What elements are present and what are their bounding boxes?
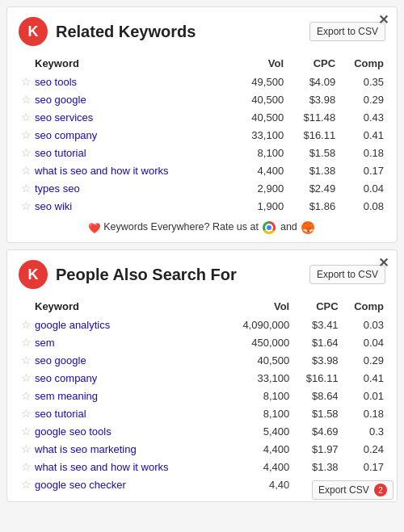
- col-star-1: [19, 54, 33, 73]
- keyword-cell-0-1[interactable]: seo tools: [33, 73, 234, 90]
- export-csv-button-2[interactable]: Export to CSV: [309, 265, 385, 284]
- keyword-link-4-2[interactable]: sem meaning: [35, 390, 98, 402]
- star-0-2[interactable]: ☆: [19, 316, 33, 333]
- star-2-2[interactable]: ☆: [19, 351, 33, 369]
- keyword-cell-1-1[interactable]: seo google: [33, 90, 234, 108]
- keyword-link-7-1[interactable]: seo wiki: [35, 200, 72, 212]
- keyword-link-9-2[interactable]: google seo checker: [35, 479, 126, 491]
- keyword-link-6-1[interactable]: types seo: [35, 182, 80, 195]
- star-6-2[interactable]: ☆: [19, 422, 33, 440]
- chrome-icon[interactable]: [263, 221, 276, 234]
- comp-cell-4-1: 0.18: [337, 144, 385, 161]
- export-overlay-button[interactable]: Export CSV 2: [312, 480, 393, 500]
- comp-cell-5-1: 0.17: [337, 161, 385, 179]
- star-0-1[interactable]: ☆: [19, 73, 33, 90]
- card1-header: K Related Keywords Export to CSV: [19, 17, 385, 46]
- cpc-cell-3-2: $16.11: [291, 369, 339, 387]
- keyword-cell-5-2[interactable]: seo tutorial: [33, 404, 222, 422]
- firefox-icon[interactable]: 🦊: [301, 221, 314, 234]
- keyword-cell-6-2[interactable]: google seo tools: [33, 422, 222, 440]
- star-2-1[interactable]: ☆: [19, 108, 33, 126]
- keyword-cell-2-1[interactable]: seo services: [33, 108, 234, 126]
- comp-cell-7-2: 0.24: [340, 440, 385, 458]
- star-7-2[interactable]: ☆: [19, 440, 33, 458]
- close-button-2[interactable]: ✕: [378, 257, 389, 270]
- keyword-link-5-1[interactable]: what is seo and how it works: [35, 165, 168, 177]
- card2-title: People Also Search For: [56, 266, 237, 284]
- keyword-cell-7-2[interactable]: what is seo marketing: [33, 440, 222, 458]
- overlay-badge: 2: [374, 484, 387, 496]
- star-1-2[interactable]: ☆: [19, 333, 33, 351]
- star-6-1[interactable]: ☆: [19, 179, 33, 197]
- comp-cell-3-1: 0.41: [337, 126, 385, 144]
- keyword-link-0-2[interactable]: google analytics: [35, 319, 110, 331]
- keyword-link-1-2[interactable]: sem: [35, 337, 55, 349]
- card2-header: K People Also Search For Export to CSV: [19, 260, 385, 289]
- keyword-cell-7-1[interactable]: seo wiki: [33, 197, 234, 215]
- star-9-2[interactable]: ☆: [19, 475, 33, 493]
- comp-cell-1-2: 0.04: [340, 333, 385, 351]
- comp-cell-6-1: 0.04: [337, 179, 385, 197]
- table-row: ☆ what is seo and how it works 4,400 $1.…: [19, 458, 385, 475]
- keyword-cell-5-1[interactable]: what is seo and how it works: [33, 161, 234, 179]
- cpc-cell-1-2: $1.64: [291, 333, 339, 351]
- card1-title-area: K Related Keywords: [19, 17, 196, 46]
- keyword-cell-2-2[interactable]: seo google: [33, 351, 222, 369]
- comp-cell-7-1: 0.08: [337, 197, 385, 215]
- keyword-cell-0-2[interactable]: google analytics: [33, 316, 222, 333]
- keyword-link-2-2[interactable]: seo google: [35, 354, 86, 367]
- star-8-2[interactable]: ☆: [19, 458, 33, 475]
- table-row: ☆ types seo 2,900 $2.49 0.04: [19, 179, 385, 197]
- keyword-link-5-2[interactable]: seo tutorial: [35, 408, 86, 420]
- keyword-cell-1-2[interactable]: sem: [33, 333, 222, 351]
- cpc-cell-0-2: $3.41: [291, 316, 339, 333]
- vol-cell-3-1: 33,100: [234, 126, 285, 144]
- keyword-cell-4-2[interactable]: sem meaning: [33, 387, 222, 404]
- table-row: ☆ sem meaning 8,100 $8.64 0.01: [19, 387, 385, 404]
- keyword-link-0-1[interactable]: seo tools: [35, 76, 77, 88]
- footer-text-1: Keywords Everywhere? Rate us at: [103, 221, 259, 232]
- keyword-link-6-2[interactable]: google seo tools: [35, 425, 112, 438]
- star-7-1[interactable]: ☆: [19, 197, 33, 215]
- keyword-link-3-2[interactable]: seo company: [35, 372, 97, 384]
- keyword-link-8-2[interactable]: what is seo and how it works: [35, 461, 168, 473]
- keyword-cell-3-2[interactable]: seo company: [33, 369, 222, 387]
- table-row: ☆ seo services 40,500 $11.48 0.43: [19, 108, 385, 126]
- keyword-cell-8-2[interactable]: what is seo and how it works: [33, 458, 222, 475]
- star-5-1[interactable]: ☆: [19, 161, 33, 179]
- keyword-cell-3-1[interactable]: seo company: [33, 126, 234, 144]
- col-keyword-2: Keyword: [33, 297, 222, 316]
- star-5-2[interactable]: ☆: [19, 404, 33, 422]
- vol-cell-4-1: 8,100: [234, 144, 285, 161]
- star-4-1[interactable]: ☆: [19, 144, 33, 161]
- related-keywords-table: Keyword Vol CPC Comp ☆ seo tools 49,500 …: [19, 54, 385, 215]
- k-logo-2: K: [19, 260, 48, 289]
- keyword-link-1-1[interactable]: seo google: [35, 94, 86, 106]
- vol-cell-0-2: 4,090,000: [222, 316, 291, 333]
- star-3-1[interactable]: ☆: [19, 126, 33, 144]
- keyword-cell-4-1[interactable]: seo tutorial: [33, 144, 234, 161]
- table-row: ☆ seo company 33,100 $16.11 0.41: [19, 369, 385, 387]
- star-3-2[interactable]: ☆: [19, 369, 33, 387]
- keyword-link-3-1[interactable]: seo company: [35, 129, 97, 141]
- close-button-1[interactable]: ✕: [378, 14, 389, 27]
- table-row: ☆ google seo tools 5,400 $4.69 0.3: [19, 422, 385, 440]
- people-also-search-card: ✕ K People Also Search For Export to CSV…: [6, 249, 398, 502]
- vol-cell-2-1: 40,500: [234, 108, 285, 126]
- comp-cell-5-2: 0.18: [340, 404, 385, 422]
- star-4-2[interactable]: ☆: [19, 387, 33, 404]
- keyword-link-2-1[interactable]: seo services: [35, 111, 93, 124]
- keyword-cell-9-2[interactable]: google seo checker: [33, 475, 222, 493]
- cpc-cell-6-2: $4.69: [291, 422, 339, 440]
- vol-cell-3-2: 33,100: [222, 369, 291, 387]
- table-row: ☆ seo company 33,100 $16.11 0.41: [19, 126, 385, 144]
- keyword-cell-6-1[interactable]: types seo: [33, 179, 234, 197]
- cpc-cell-2-2: $3.98: [291, 351, 339, 369]
- keyword-link-7-2[interactable]: what is seo marketing: [35, 443, 137, 455]
- star-1-1[interactable]: ☆: [19, 90, 33, 108]
- footer-note-1: ❤️ Keywords Everywhere? Rate us at and 🦊: [19, 221, 385, 234]
- col-comp-1: Comp: [337, 54, 385, 73]
- card1-title: Related Keywords: [56, 23, 196, 41]
- export-csv-button-1[interactable]: Export to CSV: [309, 22, 385, 41]
- keyword-link-4-1[interactable]: seo tutorial: [35, 147, 86, 159]
